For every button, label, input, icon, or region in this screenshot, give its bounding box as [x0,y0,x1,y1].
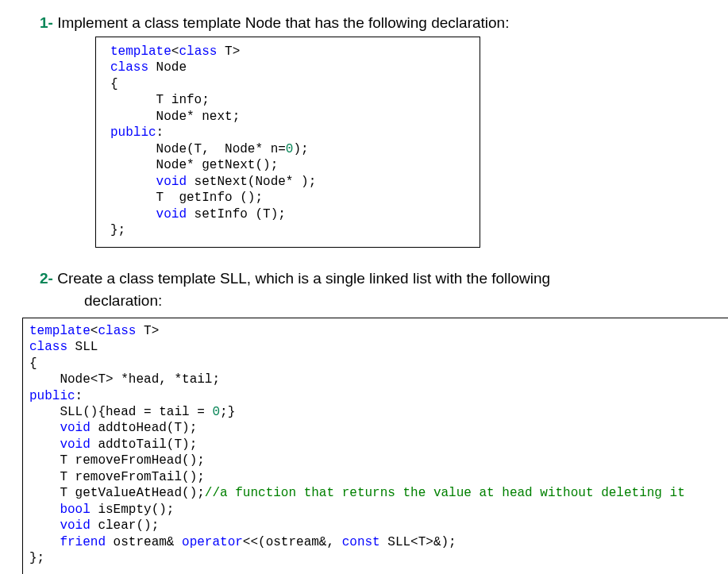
question-1-number: 1- [40,14,53,31]
code2-line9: T removeFromHead(); [29,453,728,468]
question-1-text: Implement a class template Node that has… [53,14,510,31]
code2-line6: SLL(){head = tail = 0;} [29,404,728,420]
code2-line13: void clear(); [29,518,728,534]
code2-line4: Node<T> *head, *tail; [29,372,728,387]
code2-line14: friend ostream& operator<<(ostream&, con… [29,534,728,550]
code1-line7: Node(T, Node* n=0); [110,141,472,157]
code1-line2: class Node [110,60,472,75]
code1-line5: Node* next; [110,109,472,125]
question-2-subheading: declaration: [84,292,712,310]
code2-line8: void addtoTail(T); [29,437,728,453]
code1-line6: public: [110,125,472,141]
code1-line4: T info; [110,92,472,108]
code1-line11: void setInfo (T); [110,206,472,222]
code2-line10: T removeFromTail(); [29,469,728,485]
code2-line15: }; [29,550,728,566]
code1-line10: T getInfo (); [110,190,472,206]
code2-line3: { [29,356,728,372]
question-2-number: 2- [40,270,53,287]
code2-line12: bool isEmpty(); [29,502,728,518]
code2-line1: template<class T> [29,323,728,339]
code2-line7: void addtoHead(T); [29,420,728,436]
code1-line3: { [110,76,472,92]
code2-line5: public: [29,388,728,404]
code2-line2: class SLL [29,339,728,355]
question-2-text: Create a class template SLL, which is a … [53,270,550,287]
code-box-sll: template<class T> class SLL { Node<T> *h… [22,318,728,574]
question-2-heading: 2- Create a class template SLL, which is… [40,270,712,287]
question-1-heading: 1- Implement a class template Node that … [40,14,712,32]
code2-line11: T getValueAtHead();//a function that ret… [29,485,728,501]
code1-line1: template<class T> [110,44,472,60]
code1-line9: void setNext(Node* ); [110,174,472,190]
code1-line12: }; [110,222,472,238]
code-box-node: template<class T> class Node { T info; N… [95,37,480,248]
code1-line8: Node* getNext(); [110,157,472,173]
